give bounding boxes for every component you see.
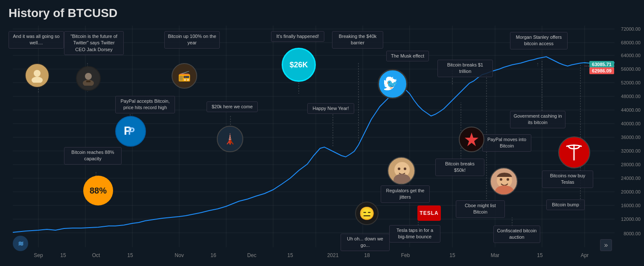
annotation-teslas: Bitcoins now buy Teslas xyxy=(542,171,593,188)
annotation-1t: Bitcoin breaks $1 trillion xyxy=(437,60,493,77)
annotation-gov: Government cashing in its bitcoin xyxy=(510,111,565,128)
y-label-12k: 12000.00 xyxy=(621,217,641,222)
annotation-cboe: Cboe might list Bitcoin xyxy=(456,200,505,218)
svg-point-67 xyxy=(500,178,502,181)
x-label-oct: Oct xyxy=(92,252,100,258)
x-label-nov: Nov xyxy=(175,252,184,258)
icon-yellen xyxy=(388,157,415,185)
annotation-dorsey: "Bitcoin is the future of Twitter" says … xyxy=(64,31,124,55)
icon-26k: $26K xyxy=(282,48,316,82)
annotation-morgan: Morgan Stanley offers bitcoin access xyxy=(510,32,568,49)
svg-point-53 xyxy=(34,70,41,77)
x-label-15-oct: 15 xyxy=(127,252,133,258)
x-label-sep: Sep xyxy=(34,252,43,258)
annotation-down: Uh oh... down we go... xyxy=(341,234,390,251)
y-label-32k: 32000.00 xyxy=(621,148,641,153)
y-label-40k: 40000.00 xyxy=(621,121,641,126)
x-label-18: 18 xyxy=(364,252,370,258)
y-label-24k: 24000.00 xyxy=(621,176,641,181)
annotation-tesla-taps: Tesla taps in for a big-time bounce xyxy=(389,225,440,243)
icon-tesla-big xyxy=(558,136,590,168)
x-label-mar: Mar xyxy=(491,252,500,258)
chevron-next-button[interactable]: » xyxy=(600,239,612,251)
annotation-finally: It's finally happened! xyxy=(271,31,324,42)
annotation-50k: Bitcoin breaks $50k! xyxy=(435,159,484,176)
svg-point-55 xyxy=(85,73,92,80)
svg-point-68 xyxy=(507,178,509,181)
svg-point-54 xyxy=(32,77,43,83)
annotation-100pct: Bitcoin up 100% on the year xyxy=(164,31,220,49)
y-label-28k: 28000.00 xyxy=(621,162,641,167)
y-label-36k: 36000.00 xyxy=(621,135,641,140)
icon-88pct: 88% xyxy=(83,176,113,205)
annotation-confiscated: Confiscated bitcoin auction xyxy=(493,226,540,243)
icon-spark xyxy=(459,127,484,152)
annotation-bump: Bitcoin bump xyxy=(546,200,585,210)
y-label-68k: 68000.00 xyxy=(621,40,641,45)
y-label-8k: 8000.00 xyxy=(624,231,641,236)
x-label-2021: 2021 xyxy=(327,252,339,258)
x-label-15-mar: 15 xyxy=(537,252,542,258)
y-label-52k: 52000.00 xyxy=(621,80,641,85)
y-label-16k: 16000.00 xyxy=(621,203,641,208)
svg-point-62 xyxy=(398,168,400,170)
annotation-going-well: And it was all going so well.... xyxy=(9,31,64,49)
x-label-feb: Feb xyxy=(401,252,410,258)
y-label-64k: 64000.00 xyxy=(621,53,641,58)
x-label-apr: Apr xyxy=(581,252,589,258)
annotation-40k: Breaking the $40k barrier xyxy=(332,31,383,49)
x-label-dec: Dec xyxy=(247,252,256,258)
y-label-44k: 44000.00 xyxy=(621,107,641,113)
watermark: ≋ xyxy=(13,236,28,251)
annotation-20k: $20k here we come xyxy=(207,101,258,112)
svg-rect-57 xyxy=(86,81,90,82)
x-label-15-sep: 15 xyxy=(60,252,66,258)
icon-lady-face xyxy=(490,168,518,195)
annotation-paypal-moves: PayPal moves into Bitcoin xyxy=(482,134,531,152)
icon-sad: 😑 xyxy=(355,202,379,225)
annotation-paypal-accepts: PayPal accepts Bitcoin, price hits recor… xyxy=(115,96,175,113)
icon-twitter: 🐦 xyxy=(378,69,408,99)
y-label-56k: 56000.00 xyxy=(621,66,641,72)
icon-radio: 📻 xyxy=(172,63,197,89)
price-low-badge: 62986.09 xyxy=(589,67,614,74)
svg-marker-65 xyxy=(465,133,478,146)
y-label-20k: 20000.00 xyxy=(621,189,641,194)
y-label-72k: 72000.00 xyxy=(621,26,641,32)
x-label-15-dec: 15 xyxy=(287,252,293,258)
icon-dorsey xyxy=(76,66,101,91)
annotation-88pct: Bitcoin reaches 88% capacity xyxy=(64,147,122,165)
svg-text:P: P xyxy=(128,125,135,137)
x-label-16-nov: 16 xyxy=(210,252,216,258)
annotation-newyear: Happy New Year! xyxy=(307,103,354,114)
icon-antenna: 🗼 xyxy=(217,126,243,152)
icon-paypal: P P xyxy=(115,116,146,147)
annotation-regulators: Regulators get the jitters xyxy=(381,185,430,203)
annotation-musk: The Musk effect xyxy=(386,51,429,61)
y-label-48k: 48000.00 xyxy=(621,94,641,99)
icon-satoshi xyxy=(25,63,50,88)
chart-container: History of BTCUSD xyxy=(0,0,644,266)
svg-text:🐦: 🐦 xyxy=(386,78,398,90)
icon-tesla-badge: TESLA xyxy=(417,205,441,221)
price-high-badge: 63085.71 xyxy=(589,61,614,68)
svg-point-63 xyxy=(404,168,406,170)
x-label-15-feb: 15 xyxy=(449,252,455,258)
